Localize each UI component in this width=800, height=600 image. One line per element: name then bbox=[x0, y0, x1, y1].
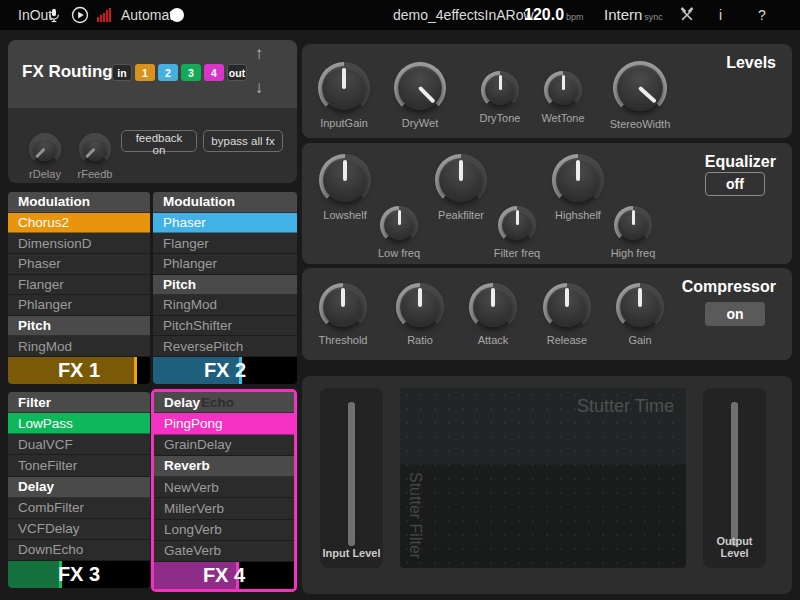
fx-option[interactable]: DimensionD bbox=[8, 233, 150, 254]
fx-option-selected[interactable]: Chorus2 bbox=[8, 213, 150, 234]
knob-label: Low freq bbox=[378, 247, 420, 259]
fx-option-label: Modulation bbox=[163, 194, 235, 209]
knob-gain[interactable] bbox=[616, 283, 664, 331]
knob-high-freq[interactable] bbox=[614, 206, 652, 244]
mic-icon[interactable] bbox=[46, 0, 62, 30]
knob-peakfilter[interactable] bbox=[435, 154, 487, 206]
fx-option[interactable]: Phlanger bbox=[153, 254, 297, 275]
knob-label: Threshold bbox=[319, 334, 368, 346]
fx-option-label: Chorus2 bbox=[18, 215, 69, 230]
stutter-filter-label: Stutter Filter bbox=[406, 472, 424, 559]
stutter-xy-pad[interactable]: Stutter Time Stutter Filter bbox=[400, 388, 686, 568]
fx-option-selected[interactable]: LowPass bbox=[8, 413, 150, 434]
knob-pointer bbox=[491, 288, 495, 307]
fx-option[interactable]: GrainDelay bbox=[154, 435, 294, 456]
fx-option[interactable]: Phaser bbox=[8, 254, 150, 275]
knob-filter-freq[interactable] bbox=[498, 206, 536, 244]
knob-attack[interactable] bbox=[469, 283, 517, 331]
level-meter-icon[interactable] bbox=[97, 0, 111, 30]
tools-icon[interactable] bbox=[679, 0, 695, 30]
routing-in-node[interactable]: in bbox=[112, 64, 132, 81]
equalizer-toggle[interactable]: off bbox=[705, 172, 765, 196]
fx-option[interactable]: LongVerb bbox=[154, 520, 294, 541]
fx-option[interactable]: ToneFilter bbox=[8, 455, 150, 476]
fx-option[interactable]: DualVCF bbox=[8, 434, 150, 455]
fx-option[interactable]: NewVerb bbox=[154, 477, 294, 498]
fx-option[interactable]: RingMod bbox=[8, 336, 150, 357]
fx-option-label: ReversePitch bbox=[163, 339, 243, 354]
fx-option[interactable]: Phlanger bbox=[8, 295, 150, 316]
arrow-down-icon[interactable]: ↓ bbox=[248, 78, 270, 98]
fx-slot-bar-3[interactable]: FX 3 bbox=[8, 561, 150, 588]
knob-highshelf[interactable] bbox=[552, 154, 604, 206]
fx-option[interactable]: PitchShifter bbox=[153, 316, 297, 337]
fx-slot-bar-1[interactable]: FX 1 bbox=[8, 357, 150, 384]
fx-slot-bar-4[interactable]: FX 4 bbox=[154, 562, 294, 589]
knob-drywet[interactable] bbox=[394, 62, 446, 114]
fx-option[interactable]: RingMod bbox=[153, 295, 297, 316]
knob-wettone[interactable] bbox=[544, 71, 582, 109]
knob-threshold[interactable] bbox=[319, 283, 367, 331]
fx-option[interactable]: MillerVerb bbox=[154, 498, 294, 519]
fx-option[interactable]: VCFDelay bbox=[8, 519, 150, 540]
play-icon[interactable] bbox=[71, 0, 89, 30]
fx-option-label: NewVerb bbox=[164, 480, 219, 495]
bypass-all-fx-button[interactable]: bypass all fx bbox=[203, 130, 283, 152]
fx-option[interactable]: Flanger bbox=[153, 233, 297, 254]
feedback-toggle-button[interactable]: feedback on bbox=[121, 130, 197, 152]
knob-lowshelf[interactable] bbox=[319, 154, 371, 206]
input-level-slider[interactable] bbox=[348, 402, 355, 546]
fx-category-header: Reverb bbox=[154, 456, 294, 477]
knob-group: DryWet bbox=[382, 62, 458, 129]
equalizer-title: Equalizer bbox=[705, 153, 776, 171]
knob-label: Peakfilter bbox=[438, 209, 484, 221]
fx-category-header: Delay bbox=[8, 477, 150, 498]
knob-inputgain[interactable] bbox=[318, 62, 370, 114]
routing-out-node[interactable]: out bbox=[227, 64, 247, 81]
sync-control[interactable]: Internsync bbox=[604, 0, 663, 30]
output-level-label: Output Level bbox=[703, 535, 766, 559]
fx-option[interactable]: CombFilter bbox=[8, 498, 150, 519]
knob-label: DryTone bbox=[480, 112, 521, 124]
stutter-time-label: Stutter Time bbox=[577, 396, 674, 417]
knob-ratio[interactable] bbox=[396, 283, 444, 331]
knob-drytone[interactable] bbox=[481, 71, 519, 109]
knob-low-freq[interactable] bbox=[380, 206, 418, 244]
output-level-slider[interactable] bbox=[731, 402, 738, 546]
knob-stereowidth[interactable] bbox=[613, 61, 667, 115]
routing-slot-3[interactable]: 3 bbox=[181, 64, 201, 81]
info-button[interactable]: i bbox=[719, 0, 722, 30]
knob-group: High freq bbox=[595, 206, 671, 259]
record-icon[interactable] bbox=[170, 0, 184, 30]
fx-slot-name: FX 4 bbox=[154, 562, 294, 589]
knob-label: InputGain bbox=[320, 117, 368, 129]
fx-option[interactable]: Flanger bbox=[8, 275, 150, 296]
routing-slot-2[interactable]: 2 bbox=[158, 64, 178, 81]
output-level-panel: Output Level bbox=[703, 388, 766, 568]
fx-category-header: Modulation bbox=[8, 192, 150, 213]
arrow-up-icon[interactable]: ↑ bbox=[248, 44, 270, 64]
app-window: InOut Automate demo_4effectsInARow 120.0… bbox=[0, 0, 800, 600]
fx-option[interactable]: GateVerb bbox=[154, 541, 294, 562]
fx-option-label: RingMod bbox=[163, 297, 217, 312]
fx-option-selected[interactable]: Phaser bbox=[153, 213, 297, 234]
tempo-control[interactable]: 120.0bpm bbox=[524, 0, 584, 30]
knob-rfeedb[interactable] bbox=[79, 133, 111, 165]
knob-label: Attack bbox=[478, 334, 509, 346]
fx-slot-bar-2[interactable]: FX 2 bbox=[153, 357, 297, 384]
knob-pointer bbox=[516, 210, 519, 225]
fx-option[interactable]: DownEcho bbox=[8, 540, 150, 561]
fx-option-label: RingMod bbox=[18, 339, 72, 354]
fx-slot-name: FX 2 bbox=[153, 357, 297, 384]
fx-option-selected[interactable]: PingPong bbox=[154, 413, 294, 434]
routing-slot-1[interactable]: 1 bbox=[135, 64, 155, 81]
levels-section: Levels InputGainDryWetDryToneWetToneSter… bbox=[302, 44, 792, 138]
preset-name[interactable]: demo_4effectsInARow bbox=[393, 0, 534, 30]
fx-option[interactable]: ReversePitch bbox=[153, 336, 297, 357]
fx-option-label: CombFilter bbox=[18, 500, 84, 515]
help-button[interactable]: ? bbox=[758, 0, 766, 30]
routing-slot-4[interactable]: 4 bbox=[204, 64, 224, 81]
compressor-toggle[interactable]: on bbox=[705, 302, 765, 326]
fx-option-label: Flanger bbox=[18, 277, 64, 292]
knob-release[interactable] bbox=[543, 283, 591, 331]
